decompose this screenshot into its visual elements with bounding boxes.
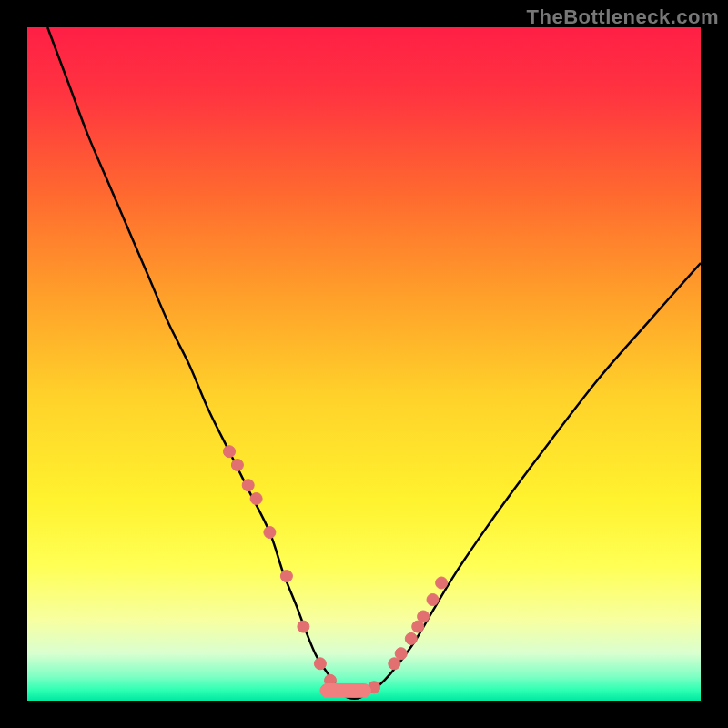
data-point: [418, 611, 430, 622]
data-point: [314, 658, 326, 670]
watermark-text: TheBottleneck.com: [527, 5, 719, 29]
data-point: [298, 621, 309, 632]
data-point-cluster: [224, 446, 448, 693]
chart-frame: TheBottleneck.com: [0, 0, 728, 728]
curve-overlay: [27, 27, 701, 701]
data-point: [264, 527, 276, 539]
data-point: [280, 571, 292, 582]
data-point: [405, 632, 417, 644]
bottleneck-curve: [47, 27, 701, 699]
plot-area: [27, 27, 701, 701]
optimal-zone-bar: [320, 684, 371, 698]
data-point: [250, 493, 262, 505]
data-point: [389, 658, 400, 670]
data-point: [427, 594, 439, 606]
data-point: [224, 446, 236, 458]
data-point: [436, 577, 448, 589]
data-point: [395, 648, 407, 660]
data-point: [242, 480, 254, 491]
data-point: [231, 460, 243, 471]
